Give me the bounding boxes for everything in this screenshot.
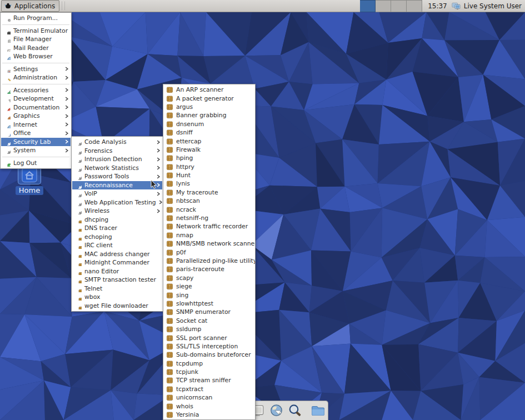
menu-item-label: Network Statistics [84, 164, 154, 172]
menu-item[interactable]: An ARP scanner [164, 86, 254, 94]
drawer-icon [74, 285, 82, 292]
menu-item[interactable]: IRC client [72, 241, 162, 250]
menu-item[interactable]: argus [164, 103, 254, 111]
menu-item[interactable]: MAC address changer [72, 250, 162, 259]
menu-item[interactable]: A packet generator [164, 94, 254, 102]
menu-item[interactable]: VoIP [72, 189, 162, 198]
menu-item[interactable]: NMB/SMB network scanner [164, 239, 254, 248]
menu-item[interactable]: Office [1, 129, 71, 138]
menu-item[interactable]: Reconnaissance [72, 181, 162, 190]
menu-item[interactable]: SSL port scanner [164, 333, 254, 342]
menu-item[interactable]: slowhttptest [164, 299, 254, 308]
menu-item[interactable]: httpry [164, 163, 254, 171]
menu-item[interactable]: SSL/TLS interception [164, 342, 254, 351]
workspace-cell[interactable] [407, 0, 422, 12]
menu-item[interactable]: sing [164, 291, 254, 299]
menu-item[interactable]: My traceroute [164, 188, 254, 197]
menu-item[interactable]: ettercap [164, 137, 254, 145]
menu-item[interactable]: wbox [72, 293, 162, 302]
menu-item[interactable]: Run Program... [1, 14, 71, 23]
desktop-home-icon[interactable]: Home [13, 165, 46, 195]
menu-item-label: netsniff-ng [176, 214, 253, 222]
menu-item[interactable]: wget File downloader [72, 302, 162, 311]
menu-item[interactable]: Graphics [1, 112, 71, 121]
menu-item-label: Network traffic recorder [176, 223, 253, 230]
menu-item[interactable]: ssldump [164, 325, 254, 333]
menu-item[interactable]: scapy [164, 274, 254, 282]
menu-item[interactable]: paris-traceroute [164, 265, 254, 273]
drawer-icon [74, 276, 82, 283]
web-browser-icon[interactable] [269, 403, 284, 418]
menu-item[interactable]: Socket cat [164, 317, 254, 325]
workspace-cell[interactable] [360, 0, 376, 12]
menu-item[interactable]: Mail Reader [1, 44, 71, 53]
menu-item[interactable]: tcpjunk [164, 368, 254, 376]
menu-item[interactable]: Terminal Emulator [1, 27, 71, 36]
menu-item[interactable]: nbtscan [164, 197, 254, 205]
menu-item-label: scapy [176, 274, 253, 282]
menu-item[interactable]: Forensics [72, 147, 162, 156]
workspace-cell[interactable] [391, 0, 407, 12]
menu-item[interactable]: dnsenum [164, 120, 254, 128]
menu-item[interactable]: whois [164, 402, 254, 410]
applications-menu-button[interactable]: Applications [1, 0, 59, 12]
menu-item-label: Intrusion Detection [84, 156, 154, 163]
menu-item[interactable]: Web Application Testing [72, 198, 162, 207]
menu-item[interactable]: hping [164, 154, 254, 162]
menu-item[interactable]: Telnet [72, 284, 162, 293]
menu-item[interactable]: siege [164, 282, 254, 291]
file-manager-icon[interactable] [311, 403, 326, 418]
menu-item[interactable]: nano Editor [72, 267, 162, 276]
menu-item[interactable]: TCP stream sniffer [164, 376, 254, 384]
submenu-arrow-icon [64, 148, 69, 153]
menu-item[interactable]: Accessories [1, 86, 71, 95]
menu-item[interactable]: File Manager [1, 35, 71, 44]
menu-item[interactable]: Sub-domains bruteforcer [164, 351, 254, 359]
menu-item[interactable]: Development [1, 94, 71, 103]
menu-item[interactable]: ncrack [164, 205, 254, 213]
menu-item[interactable]: Security Lab [1, 138, 71, 147]
drawer-icon [74, 216, 82, 223]
menu-item[interactable]: Administration [1, 73, 71, 82]
run-icon [3, 14, 11, 22]
menu-item[interactable]: Hunt [164, 171, 254, 179]
menu-item[interactable]: netsniff-ng [164, 214, 254, 222]
menu-item[interactable]: Parallelized ping-like utility [164, 257, 254, 265]
menu-item[interactable]: unicornscan [164, 393, 254, 402]
mail-icon [3, 44, 11, 52]
display-icon[interactable] [451, 2, 461, 11]
drawer-icon [166, 180, 173, 187]
menu-item[interactable]: echoping [72, 233, 162, 242]
menu-item[interactable]: Network traffic recorder [164, 222, 254, 231]
menu-item[interactable]: tcpxtract [164, 385, 254, 393]
menu-item[interactable]: dsniff [164, 128, 254, 137]
menu-item[interactable]: Internet [1, 121, 71, 129]
panel-handle[interactable] [62, 2, 65, 10]
menu-item[interactable]: Network Statistics [72, 164, 162, 173]
menu-item[interactable]: lynis [164, 179, 254, 188]
menu-item[interactable]: System [1, 146, 71, 155]
menu-item[interactable]: Log Out [1, 159, 71, 168]
menu-item[interactable]: Firewalk [164, 146, 254, 154]
menu-item[interactable]: Code Analysis [72, 138, 162, 147]
menu-item[interactable]: Web Browser [1, 52, 71, 61]
menu-item[interactable]: SNMP enumerator [164, 308, 254, 316]
menu-item[interactable]: Yersinia [164, 411, 254, 419]
menu-item-label: MAC address changer [84, 251, 161, 258]
search-icon[interactable] [288, 403, 303, 418]
menu-item[interactable]: nmap [164, 231, 254, 239]
menu-item[interactable]: Wireless [72, 207, 162, 216]
menu-item[interactable]: Midnight Commander [72, 258, 162, 267]
menu-item[interactable]: Intrusion Detection [72, 155, 162, 164]
menu-item[interactable]: tcpdump [164, 359, 254, 368]
menu-item[interactable]: p0f [164, 248, 254, 256]
menu-item[interactable]: SMTP transaction tester [72, 276, 162, 284]
menu-item-label: File Manager [13, 36, 69, 43]
workspace-cell[interactable] [376, 0, 391, 12]
menu-item[interactable]: Banner grabbing [164, 111, 254, 119]
menu-item[interactable]: Settings [1, 65, 71, 74]
menu-item[interactable]: DNS tracer [72, 224, 162, 233]
menu-item[interactable]: Documentation [1, 103, 71, 112]
menu-item[interactable]: Password Tools [72, 172, 162, 181]
menu-item[interactable]: dhcping [72, 216, 162, 224]
